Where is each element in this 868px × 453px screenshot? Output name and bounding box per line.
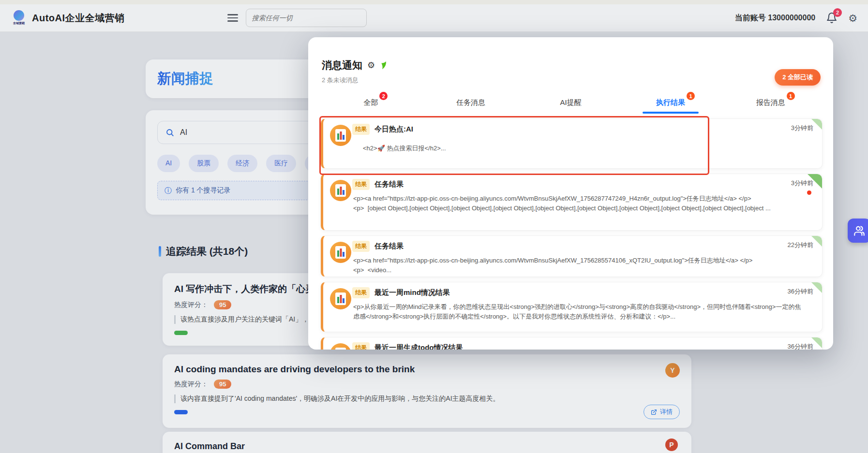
item-content: <p><a href="https://lzt-app-pic.oss-cn-b…	[353, 194, 803, 213]
notification-item[interactable]: 结果 任务结果 <p><a href="https://lzt-app-pic.…	[321, 174, 823, 231]
unread-subtitle: 2 条未读消息	[322, 76, 819, 85]
leaf-icon	[380, 61, 388, 70]
item-content: <h2>🚀 热点搜索日报</h2>...	[363, 144, 803, 153]
modal-title: 消息通知	[322, 58, 362, 72]
team-float-button[interactable]	[848, 219, 868, 243]
notification-item[interactable]: 结果 任务结果 <p><a href="https://lzt-app-pic.…	[321, 235, 823, 277]
notification-settings-icon[interactable]: ⚙	[367, 61, 375, 70]
item-time: 36分钟前	[788, 287, 813, 296]
notification-tabs: 全部 2 任务消息 AI提醒 执行结果 1 报告消息 1	[308, 95, 833, 114]
chart-avatar-icon	[330, 343, 351, 350]
item-title: 今日热点:AI	[374, 125, 413, 134]
result-tag-badge: 结果	[352, 179, 370, 190]
item-title: 任务结果	[374, 180, 404, 189]
active-tab-underline	[643, 112, 699, 114]
chart-avatar-icon	[330, 242, 351, 263]
unread-dot	[807, 190, 811, 195]
chart-avatar-icon	[330, 288, 351, 309]
tab-badge: 2	[379, 92, 388, 100]
tab-execution-results[interactable]: 执行结果 1	[621, 95, 721, 114]
notification-list: 结果 今日热点:AI <h2>🚀 热点搜索日报</h2>... 3分钟前 结果 …	[308, 118, 833, 350]
result-tag-badge: 结果	[352, 287, 370, 298]
item-title: 任务结果	[374, 242, 404, 251]
item-content: <p>从你最近一周的Mind记录来看，你的思维状态呈现出<strong>强烈的进…	[353, 302, 803, 321]
item-title: 最近一周mind情况结果	[374, 288, 450, 297]
result-tag-badge: 结果	[352, 241, 370, 252]
notification-item[interactable]: 结果 今日热点:AI <h2>🚀 热点搜索日报</h2>... 3分钟前	[321, 118, 823, 169]
chart-avatar-icon	[330, 180, 351, 201]
tab-ai-reminders[interactable]: AI提醒	[521, 95, 621, 114]
item-title: 最近一周生成todo情况结果	[374, 343, 463, 350]
item-time: 36分钟前	[788, 342, 813, 350]
item-time: 3分钟前	[791, 124, 813, 132]
item-content: <p><a href="https://lzt-app-pic.oss-cn-b…	[353, 256, 803, 275]
notification-modal: 消息通知 ⚙ 2 条未读消息 2 全部已读 全部 2 任务消息 AI提醒 执行结…	[308, 37, 833, 350]
result-tag-badge: 结果	[352, 342, 370, 350]
tab-report-messages[interactable]: 报告消息 1	[720, 95, 821, 114]
item-time: 3分钟前	[791, 179, 813, 188]
people-icon	[853, 224, 866, 237]
tab-task-messages[interactable]: 任务消息	[421, 95, 521, 114]
tab-badge: 1	[787, 92, 795, 100]
item-time: 22分钟前	[788, 241, 813, 249]
chart-avatar-icon	[330, 125, 351, 146]
tab-all[interactable]: 全部 2	[321, 95, 421, 114]
notification-item[interactable]: 结果 最近一周mind情况结果 <p>从你最近一周的Mind记录来看，你的思维状…	[321, 282, 823, 332]
tab-badge: 1	[687, 92, 695, 100]
result-tag-badge: 结果	[352, 124, 370, 135]
notification-item[interactable]: 结果 最近一周生成todo情况结果 36分钟前	[321, 337, 823, 350]
mark-all-read-button[interactable]: 2 全部已读	[775, 69, 821, 86]
